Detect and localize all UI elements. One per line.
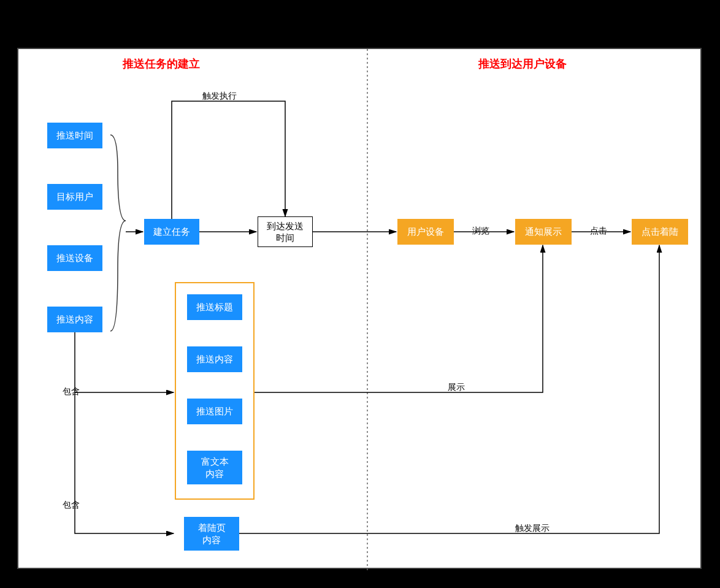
- label-click: 点击: [590, 226, 607, 237]
- node-notification-display: 通知展示: [515, 219, 572, 245]
- node-push-device: 推送设备: [47, 245, 102, 271]
- node-landing-page: 着陆页 内容: [184, 517, 239, 551]
- label-contain-1: 包含: [63, 386, 80, 397]
- connectors-svg: [18, 49, 703, 570]
- node-user-device: 用户设备: [397, 219, 454, 245]
- label-trigger-display: 触发展示: [515, 523, 550, 534]
- section-header-left: 推送任务的建立: [123, 56, 200, 71]
- node-rich-text: 富文本 内容: [187, 451, 242, 484]
- node-push-content: 推送内容: [47, 307, 102, 332]
- label-display: 展示: [448, 382, 465, 393]
- diagram-frame: 推送任务的建立 推送到达用户设备: [17, 48, 702, 569]
- node-push-time: 推送时间: [47, 123, 102, 148]
- label-trigger-exec: 触发执行: [202, 91, 237, 102]
- node-push-title: 推送标题: [187, 294, 242, 320]
- section-header-right: 推送到达用户设备: [478, 56, 567, 71]
- node-create-task: 建立任务: [144, 219, 199, 245]
- label-contain-2: 包含: [63, 500, 80, 511]
- node-push-content-2: 推送内容: [187, 346, 242, 372]
- node-push-image: 推送图片: [187, 399, 242, 424]
- node-arrive-send-time: 到达发送 时间: [258, 216, 313, 247]
- node-click-landing: 点击着陆: [632, 219, 688, 245]
- label-browse: 浏览: [472, 226, 489, 237]
- node-target-user: 目标用户: [47, 184, 102, 210]
